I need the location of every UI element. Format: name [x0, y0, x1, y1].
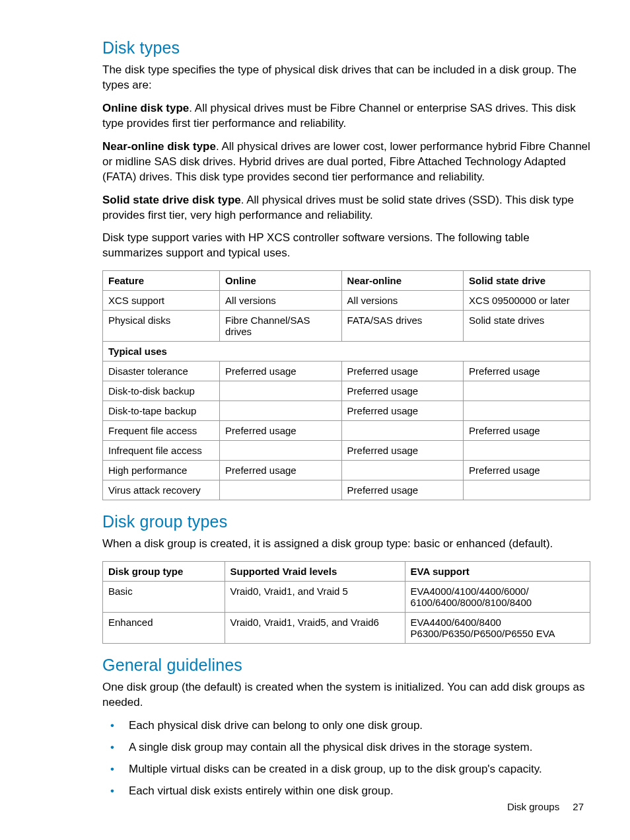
- body-text: Near-online disk type. All physical driv…: [102, 139, 590, 185]
- heading-general-guidelines: General guidelines: [102, 656, 590, 675]
- table-cell: XCS 09500000 or later: [464, 291, 590, 311]
- page-footer: Disk groups 27: [507, 801, 584, 812]
- table-cell: [341, 421, 464, 441]
- table-row: Disk-to-tape backup Preferred usage: [103, 401, 590, 421]
- list-item: A single disk group may contain all the …: [102, 740, 590, 755]
- column-header: Online: [220, 271, 342, 291]
- column-header: Solid state drive: [464, 271, 590, 291]
- heading-disk-group-types: Disk group types: [102, 512, 590, 531]
- table-cell: XCS support: [103, 291, 220, 311]
- table-row: Frequent file access Preferred usage Pre…: [103, 421, 590, 441]
- table-cell: Preferred usage: [220, 461, 342, 480]
- table-cell: Preferred usage: [341, 401, 464, 421]
- body-text: Solid state drive disk type. All physica…: [102, 193, 590, 223]
- table-cell: EVA4000/4100/4400/6000/ 6100/6400/8000/8…: [405, 582, 590, 613]
- disk-types-table: Feature Online Near-online Solid state d…: [102, 270, 590, 500]
- heading-disk-types: Disk types: [102, 38, 590, 57]
- table-cell: [220, 480, 342, 500]
- table-cell: Preferred usage: [220, 362, 342, 381]
- table-cell: Frequent file access: [103, 421, 220, 441]
- column-header: Feature: [103, 271, 220, 291]
- table-cell: Preferred usage: [464, 362, 590, 381]
- table-cell: [220, 381, 342, 401]
- body-text: Online disk type. All physical drives mu…: [102, 101, 590, 132]
- table-cell: [220, 401, 342, 421]
- table-cell: Preferred usage: [464, 421, 590, 441]
- table-cell: Disk-to-tape backup: [103, 401, 220, 421]
- table-cell: Preferred usage: [341, 381, 464, 401]
- table-row: Infrequent file access Preferred usage: [103, 441, 590, 461]
- table-cell: EVA4400/6400/8400 P6300/P6350/P6500/P655…: [405, 613, 590, 644]
- table-cell: High performance: [103, 461, 220, 480]
- table-cell: Preferred usage: [220, 421, 342, 441]
- table-cell: Fibre Channel/SAS drives: [220, 311, 342, 342]
- table-row: Disaster tolerance Preferred usage Prefe…: [103, 362, 590, 381]
- table-cell: Vraid0, Vraid1, and Vraid 5: [225, 582, 405, 613]
- body-text: Disk type support varies with HP XCS con…: [102, 231, 590, 261]
- table-row: Physical disks Fibre Channel/SAS drives …: [103, 311, 590, 342]
- table-cell: Preferred usage: [341, 480, 464, 500]
- body-text: The disk type specifies the type of phys…: [102, 63, 590, 93]
- table-row: Feature Online Near-online Solid state d…: [103, 271, 590, 291]
- document-page: Disk types The disk type specifies the t…: [0, 0, 630, 840]
- footer-label: Disk groups: [507, 801, 559, 812]
- table-cell: Virus attack recovery: [103, 480, 220, 500]
- table-cell: Infrequent file access: [103, 441, 220, 461]
- table-cell: Preferred usage: [341, 362, 464, 381]
- list-item: Each virtual disk exists entirely within…: [102, 784, 590, 799]
- column-header: Disk group type: [103, 562, 225, 582]
- column-header: Near-online: [341, 271, 464, 291]
- guidelines-list: Each physical disk drive can belong to o…: [102, 718, 590, 799]
- table-cell: FATA/SAS drives: [341, 311, 464, 342]
- table-row: Basic Vraid0, Vraid1, and Vraid 5 EVA400…: [103, 582, 590, 613]
- table-subheader: Typical uses: [103, 342, 590, 362]
- table-cell: [464, 480, 590, 500]
- table-row: Typical uses: [103, 342, 590, 362]
- body-text: When a disk group is created, it is assi…: [102, 537, 590, 552]
- column-header: EVA support: [405, 562, 590, 582]
- table-cell: [341, 461, 464, 480]
- table-cell: [220, 441, 342, 461]
- term-near-online: Near-online disk type: [102, 140, 216, 153]
- page-number: 27: [573, 801, 584, 812]
- table-row: High performance Preferred usage Preferr…: [103, 461, 590, 480]
- table-row: Virus attack recovery Preferred usage: [103, 480, 590, 500]
- table-cell: Preferred usage: [464, 461, 590, 480]
- list-item: Each physical disk drive can belong to o…: [102, 718, 590, 734]
- table-row: XCS support All versions All versions XC…: [103, 291, 590, 311]
- table-cell: Preferred usage: [341, 441, 464, 461]
- table-cell: Solid state drives: [464, 311, 590, 342]
- table-row: Disk group type Supported Vraid levels E…: [103, 562, 590, 582]
- list-item: Multiple virtual disks can be created in…: [102, 762, 590, 777]
- table-cell: [464, 441, 590, 461]
- table-cell: Disk-to-disk backup: [103, 381, 220, 401]
- table-cell: Enhanced: [103, 613, 225, 644]
- column-header: Supported Vraid levels: [225, 562, 405, 582]
- table-cell: Physical disks: [103, 311, 220, 342]
- table-cell: Vraid0, Vraid1, Vraid5, and Vraid6: [225, 613, 405, 644]
- table-cell: [464, 381, 590, 401]
- table-cell: [464, 401, 590, 421]
- table-cell: All versions: [220, 291, 342, 311]
- table-cell: Disaster tolerance: [103, 362, 220, 381]
- table-row: Enhanced Vraid0, Vraid1, Vraid5, and Vra…: [103, 613, 590, 644]
- table-cell: All versions: [341, 291, 464, 311]
- table-cell: Basic: [103, 582, 225, 613]
- term-online: Online disk type: [102, 102, 189, 114]
- body-text: One disk group (the default) is created …: [102, 680, 590, 710]
- table-row: Disk-to-disk backup Preferred usage: [103, 381, 590, 401]
- disk-group-types-table: Disk group type Supported Vraid levels E…: [102, 561, 590, 644]
- term-ssd: Solid state drive disk type: [102, 194, 241, 206]
